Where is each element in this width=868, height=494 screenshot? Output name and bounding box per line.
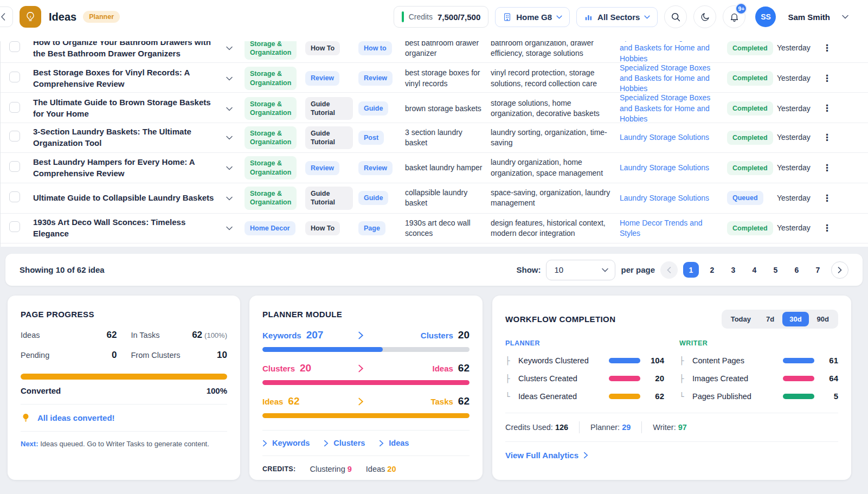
row-checkbox[interactable] <box>9 131 20 142</box>
row-checkbox[interactable] <box>9 221 20 232</box>
page-button[interactable]: 7 <box>810 262 826 278</box>
credits-bar <box>402 11 404 22</box>
kebab-menu-icon[interactable]: ⋮ <box>822 132 832 143</box>
range-30d-button[interactable]: 30d <box>782 312 808 326</box>
cluster-link[interactable]: Laundry Storage Solutions <box>620 194 709 202</box>
row-checkbox[interactable] <box>9 72 20 82</box>
keywords-link[interactable]: Keywords <box>262 439 310 447</box>
search-button[interactable] <box>664 5 687 28</box>
flow-progress-bar <box>262 380 470 385</box>
range-today-button[interactable]: Today <box>724 312 758 326</box>
notifications-button[interactable]: 9+ <box>723 5 745 28</box>
kebab-menu-icon[interactable]: ⋮ <box>822 193 832 203</box>
avatar[interactable]: SS <box>755 7 776 27</box>
back-button[interactable] <box>0 7 13 27</box>
building-icon <box>503 12 512 22</box>
idea-title[interactable]: Best Laundry Hampers for Every Home: A C… <box>33 157 226 179</box>
stat-value: 0 <box>112 350 117 361</box>
kebab-menu-icon[interactable]: ⋮ <box>822 163 832 173</box>
idea-title[interactable]: Ultimate Guide to Collapsible Laundry Ba… <box>33 193 226 204</box>
tree-branch-icon: ├ <box>679 356 687 365</box>
view-analytics-link[interactable]: View Full Analytics <box>505 451 838 460</box>
cluster-link[interactable]: Specialized Storage Boxes and Baskets fo… <box>620 41 710 63</box>
stat-label: Pending <box>21 351 49 360</box>
flow-from-label[interactable]: Keywords <box>262 331 301 340</box>
expand-chevron-icon[interactable] <box>226 76 233 81</box>
category-badge: Home Decor <box>245 221 295 235</box>
page-button[interactable]: 1 <box>683 262 699 278</box>
sector-name: All Sectors <box>597 12 640 22</box>
ideas-link[interactable]: Ideas <box>379 439 409 447</box>
metric-bar <box>783 394 814 399</box>
flow-to-value: 62 <box>458 362 470 374</box>
prev-page-button[interactable] <box>660 261 678 279</box>
flow-from-label[interactable]: Ideas <box>262 397 283 406</box>
expand-chevron-icon[interactable] <box>226 46 233 50</box>
flow-ideas-tasks: Ideas62 Tasks62 <box>262 395 470 418</box>
range-7d-button[interactable]: 7d <box>759 312 781 326</box>
workspace-dropdown[interactable]: Home G8 <box>495 7 570 27</box>
expand-chevron-icon[interactable] <box>226 136 233 140</box>
content-type-badge: How To <box>305 221 340 235</box>
kebab-menu-icon[interactable]: ⋮ <box>822 223 832 233</box>
page-button[interactable]: 3 <box>725 262 741 278</box>
idea-title[interactable]: 1930s Art Deco Wall Sconces: Timeless El… <box>33 217 226 239</box>
category-badge: Storage & Organization <box>245 41 297 60</box>
credits-value: 7,500/7,500 <box>438 12 480 22</box>
expand-chevron-icon[interactable] <box>226 107 233 111</box>
page-button[interactable]: 6 <box>789 262 805 278</box>
expand-chevron-icon[interactable] <box>226 166 233 170</box>
metric-bar <box>783 358 814 363</box>
page-size-select[interactable]: 10 <box>546 260 615 280</box>
kebab-menu-icon[interactable]: ⋮ <box>822 43 832 53</box>
format-badge: How to <box>358 41 392 55</box>
secondary-keywords: design features, historical context, mod… <box>491 218 620 239</box>
cluster-link[interactable]: Home Decor Trends and Styles <box>620 219 703 238</box>
idea-title[interactable]: Best Storage Boxes for Vinyl Records: A … <box>33 67 226 89</box>
row-checkbox[interactable] <box>9 102 20 113</box>
format-badge: Page <box>358 221 385 235</box>
credits-label: CREDITS: <box>262 465 295 473</box>
row-checkbox[interactable] <box>9 41 20 52</box>
range-90d-button[interactable]: 90d <box>810 312 836 326</box>
secondary-keywords: laundry sorting, organization, time-savi… <box>491 127 620 149</box>
page-button[interactable]: 2 <box>704 262 720 278</box>
cluster-link[interactable]: Specialized Storage Boxes and Baskets fo… <box>620 93 710 123</box>
show-label: Show: <box>516 265 541 274</box>
secondary-keywords: space-saving, organization, laundry mana… <box>491 188 620 209</box>
top-bar: Ideas Planner Credits 7,500/7,500 Home G… <box>0 0 868 41</box>
kebab-menu-icon[interactable]: ⋮ <box>822 103 832 113</box>
content-type-badge: Guide Tutorial <box>305 97 353 120</box>
chevron-right-icon <box>358 331 364 339</box>
row-checkbox[interactable] <box>9 161 20 172</box>
idea-title[interactable]: The Ultimate Guide to Brown Storage Bask… <box>33 97 226 119</box>
user-name: Sam Smith <box>788 12 830 22</box>
row-checkbox[interactable] <box>9 191 20 202</box>
flow-to-label: Ideas <box>433 364 453 373</box>
next-page-button[interactable] <box>831 261 848 279</box>
flow-from-value: 207 <box>306 329 324 341</box>
idea-title[interactable]: How to Organize Your Bathroom Drawers wi… <box>33 41 226 60</box>
sector-dropdown[interactable]: All Sectors <box>576 7 658 27</box>
date-label: Yesterday <box>777 193 822 203</box>
cluster-link[interactable]: Laundry Storage Solutions <box>620 163 709 172</box>
writer-column-header: WRITER <box>679 339 838 347</box>
dark-mode-button[interactable] <box>693 5 716 28</box>
stat-value: 62 <box>107 330 117 341</box>
secondary-keywords: storage solutions, home organization, de… <box>491 98 620 119</box>
table-row: Best Laundry Hampers for Every Home: A C… <box>1 153 868 183</box>
planner-module-card: PLANNER MODULE Keywords207 Clusters20 Cl… <box>249 296 483 480</box>
card-title: PLANNER MODULE <box>262 310 470 319</box>
page-button[interactable]: 5 <box>768 262 783 278</box>
expand-chevron-icon[interactable] <box>226 226 233 230</box>
page-button[interactable]: 4 <box>747 262 762 278</box>
clusters-link[interactable]: Clusters <box>324 439 365 447</box>
cluster-link[interactable]: Specialized Storage Boxes and Baskets fo… <box>620 63 710 93</box>
primary-keyword: 1930s art deco wall sconces <box>405 218 491 239</box>
expand-chevron-icon[interactable] <box>226 196 233 201</box>
chevron-down-icon[interactable] <box>842 15 848 19</box>
flow-from-label[interactable]: Clusters <box>262 364 295 373</box>
idea-title[interactable]: 3-Section Laundry Baskets: The Ultimate … <box>33 126 226 149</box>
cluster-link[interactable]: Laundry Storage Solutions <box>620 133 709 142</box>
kebab-menu-icon[interactable]: ⋮ <box>822 73 832 84</box>
